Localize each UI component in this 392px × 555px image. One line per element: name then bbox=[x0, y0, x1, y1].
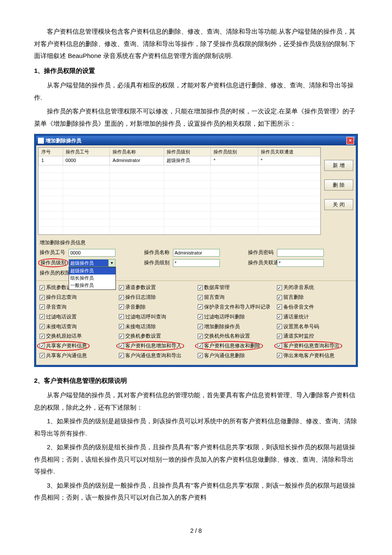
operator-table[interactable]: 序号操作员工号操作员名称 操作员级别操作员组别操作员关联通道 10000Admi… bbox=[38, 147, 321, 235]
permission-checkbox[interactable] bbox=[277, 295, 282, 300]
dropdown-option[interactable]: 超级操作员 bbox=[69, 267, 115, 275]
operator-name-input[interactable] bbox=[173, 249, 220, 257]
permission-checkbox[interactable] bbox=[277, 324, 282, 329]
dropdown-option[interactable]: 一般操作员 bbox=[69, 282, 115, 289]
label-operator-password: 操作员密码 bbox=[248, 249, 275, 256]
close-icon[interactable]: × bbox=[346, 137, 354, 145]
permission-checkbox[interactable] bbox=[198, 343, 203, 348]
permission-checkbox[interactable] bbox=[277, 343, 282, 348]
permission-checkbox[interactable] bbox=[198, 304, 203, 309]
permission-checkbox[interactable] bbox=[119, 314, 124, 319]
s2-p1: 从客户端登陆的操作员，其对客户资料信息的管理功能，首先要具有客户信息资料管理、导… bbox=[34, 389, 358, 413]
dialog-title: 增加删除操作员 bbox=[46, 137, 81, 145]
permission-checkbox[interactable] bbox=[119, 343, 124, 348]
add-delete-operator-dialog: 增加删除操作员 × 序号操作员工号操作员名称 操作员级别操作员组别操作员关联通道… bbox=[34, 134, 358, 367]
permission-label: 通道实时监控 bbox=[283, 332, 314, 340]
table-row[interactable]: 10000Administrator 超级操作员** bbox=[39, 156, 320, 165]
permission-checkbox[interactable] bbox=[277, 314, 282, 319]
permission-checkbox[interactable] bbox=[277, 353, 282, 358]
permission-label: 录音查询 bbox=[46, 304, 66, 311]
permission-checkbox[interactable] bbox=[198, 285, 203, 290]
permission-label: 客户资料信息修改和删除 bbox=[204, 343, 260, 349]
add-button[interactable]: 新 增 bbox=[324, 160, 353, 171]
permission-label: 过滤电话设置 bbox=[46, 313, 77, 321]
permission-checkbox[interactable] bbox=[40, 334, 45, 339]
label-operator-group: 操作员组别 bbox=[144, 259, 171, 266]
permission-checkbox[interactable] bbox=[40, 353, 45, 358]
permission-label: 操作日志清除 bbox=[125, 294, 156, 301]
annotation-oval: 客户资料信息增加和导入 bbox=[116, 341, 184, 351]
permission-label: 通话量统计 bbox=[283, 313, 309, 321]
delete-button[interactable]: 删 除 bbox=[324, 179, 353, 191]
operator-level-select[interactable]: 超级操作员 ▾ 超级操作员 组长操作员 一般操作员 bbox=[69, 259, 115, 267]
label-operator-level: 操作员级别 bbox=[40, 260, 66, 266]
label-operator-name: 操作员名称 bbox=[144, 249, 171, 256]
permission-label: 留言查询 bbox=[204, 294, 225, 301]
permission-label: 增加删除操作员 bbox=[204, 323, 240, 330]
permission-checkbox[interactable] bbox=[40, 343, 45, 348]
operator-level-dropdown[interactable]: 超级操作员 组长操作员 一般操作员 bbox=[69, 267, 116, 290]
s1-p1: 从客户端登陆的操作员，必须具有相应的权限，才能对客户资料信息进行删除、修改、查询… bbox=[34, 79, 358, 104]
operator-password-input[interactable] bbox=[277, 249, 324, 257]
permission-label: 客户沟通信息查询和导出 bbox=[125, 352, 182, 359]
label-operator-channel: 操作员关联通道 bbox=[248, 259, 275, 266]
s2-p4: 3、如果操作员的级别是一般操作员，且操作员具有"客户资料信息共享"权限，则该一般… bbox=[34, 480, 358, 504]
permission-checkbox[interactable] bbox=[277, 304, 282, 309]
permission-checkbox[interactable] bbox=[40, 304, 45, 309]
s1-p2: 操作员的客户资料信息管理权限不可以修改，只能在增加操作员的时候，一次设定.在菜单… bbox=[34, 105, 358, 130]
permission-checkbox[interactable] bbox=[40, 324, 45, 329]
permission-label: 共享客户沟通信息 bbox=[46, 352, 87, 359]
permission-label: 未接电话清除 bbox=[125, 323, 156, 330]
permission-checkbox[interactable] bbox=[119, 285, 124, 290]
table-header-row: 序号操作员工号操作员名称 操作员级别操作员组别操作员关联通道 bbox=[39, 148, 320, 156]
permission-label: 交换机参数设置 bbox=[125, 332, 161, 340]
page-number: 2 / 8 bbox=[34, 525, 358, 537]
annotation-oval: 客户资料信息查询和导出 bbox=[274, 341, 342, 351]
operator-id-input[interactable] bbox=[69, 249, 115, 257]
permission-label: 录音删除 bbox=[125, 304, 146, 311]
s2-p2: 1、如果操作员的级别是超级操作员，则该操作员可以对系统中的所有客户资料信息做删除… bbox=[34, 415, 358, 439]
permission-label: 留言删除 bbox=[283, 294, 304, 301]
operator-group-input[interactable] bbox=[173, 259, 220, 267]
permission-checkbox[interactable] bbox=[277, 334, 282, 339]
permission-checkbox[interactable] bbox=[198, 353, 203, 358]
permission-label: 数据库管理 bbox=[204, 284, 230, 291]
permission-label: 备份录音文件 bbox=[283, 304, 314, 311]
close-button[interactable]: 关 闭 bbox=[324, 199, 353, 210]
permission-label: 设置黑名单号码 bbox=[283, 323, 319, 330]
permission-label: 客户资料信息增加和导入 bbox=[125, 343, 182, 349]
heading-1: 1、操作员权限的设置 bbox=[34, 65, 358, 77]
heading-2: 2、客户资料信息管理的权限说明 bbox=[34, 375, 358, 387]
permission-checkbox[interactable] bbox=[119, 295, 124, 300]
permission-checkbox[interactable] bbox=[198, 314, 203, 319]
label-operator-id: 操作员工号 bbox=[40, 249, 67, 256]
dropdown-option[interactable]: 组长操作员 bbox=[69, 275, 115, 282]
permission-checkbox[interactable] bbox=[119, 304, 124, 309]
permission-checkbox[interactable] bbox=[40, 295, 45, 300]
permission-checkbox[interactable] bbox=[40, 285, 45, 290]
permission-checkbox[interactable] bbox=[198, 324, 203, 329]
annotation-oval-level: 操作员级别 bbox=[38, 258, 68, 267]
permission-label: 交换机原始话单 bbox=[46, 332, 82, 340]
permission-label: 弹出来电客户资料信息 bbox=[283, 352, 334, 359]
permission-label: 关闭录音系统 bbox=[283, 284, 314, 291]
annotation-oval: 客户资料信息修改和删除 bbox=[195, 341, 263, 351]
permission-checkbox[interactable] bbox=[119, 334, 124, 339]
permission-checkbox[interactable] bbox=[198, 334, 203, 339]
chevron-down-icon[interactable]: ▾ bbox=[108, 260, 115, 266]
annotation-oval: 共享客户资料信息 bbox=[37, 341, 89, 351]
permission-label: 过滤电话呼叫查询 bbox=[125, 313, 166, 321]
permission-checkbox[interactable] bbox=[119, 353, 124, 358]
permission-label: 客户沟通信息删除 bbox=[204, 352, 245, 359]
permission-checkbox[interactable] bbox=[119, 324, 124, 329]
operator-channel-input[interactable] bbox=[277, 259, 324, 267]
permission-label: 共享客户资料信息 bbox=[46, 343, 87, 349]
s2-p3: 2、如果操作员的级别是组长操作员，且操作员具有"客户资料信息共享"权限，则该组长… bbox=[34, 441, 358, 478]
intro-paragraph: 客户资料信息管理模块包含客户资料信息的删除、修改、查询、清除和导出等功能.从客户… bbox=[34, 26, 358, 62]
label-operator-permissions: 操作员的权限 bbox=[40, 269, 67, 277]
form-section-label: 增加删除操作员信息 bbox=[36, 237, 356, 247]
permission-checkbox[interactable] bbox=[277, 285, 282, 290]
permission-label: 未接电话查询 bbox=[46, 323, 77, 330]
permission-checkbox[interactable] bbox=[40, 314, 45, 319]
permission-checkbox[interactable] bbox=[198, 295, 203, 300]
